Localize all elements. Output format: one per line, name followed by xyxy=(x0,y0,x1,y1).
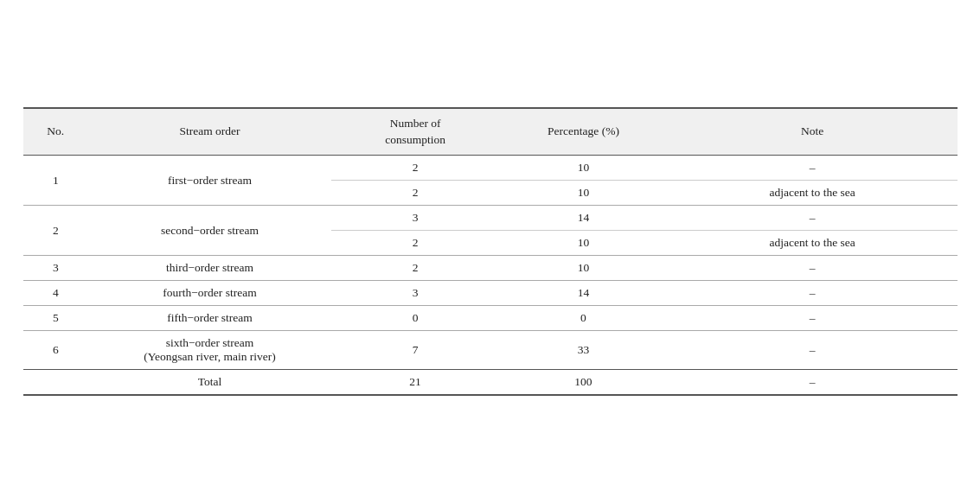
cell-note: adjacent to the sea xyxy=(668,181,958,206)
cell-no: 4 xyxy=(23,281,89,306)
cell-percentage: 14 xyxy=(499,281,667,306)
cell-stream: fifth−order stream xyxy=(88,306,331,331)
header-note: Note xyxy=(668,108,958,156)
total-empty xyxy=(23,370,89,396)
cell-percentage: 10 xyxy=(499,256,667,281)
cell-note: – xyxy=(668,206,958,231)
cell-consumption: 3 xyxy=(331,206,499,231)
total-note: – xyxy=(668,370,958,396)
cell-no: 2 xyxy=(23,206,89,256)
header-no: No. xyxy=(23,108,89,156)
cell-consumption: 2 xyxy=(331,231,499,256)
cell-percentage: 10 xyxy=(499,231,667,256)
data-table: No. Stream order Number ofconsumption Pe… xyxy=(23,107,958,397)
cell-no: 1 xyxy=(23,156,89,206)
table-wrapper: No. Stream order Number ofconsumption Pe… xyxy=(23,107,958,397)
header-percentage: Percentage (%) xyxy=(499,108,667,156)
header-stream-order: Stream order xyxy=(88,108,331,156)
cell-percentage: 33 xyxy=(499,331,667,370)
cell-no: 3 xyxy=(23,256,89,281)
cell-note: – xyxy=(668,331,958,370)
cell-percentage: 14 xyxy=(499,206,667,231)
cell-consumption: 3 xyxy=(331,281,499,306)
total-row: Total21100– xyxy=(23,370,958,396)
cell-percentage: 10 xyxy=(499,181,667,206)
cell-consumption: 2 xyxy=(331,156,499,181)
header-consumption: Number ofconsumption xyxy=(331,108,499,156)
cell-no: 6 xyxy=(23,331,89,370)
cell-note: – xyxy=(668,281,958,306)
cell-consumption: 7 xyxy=(331,331,499,370)
cell-percentage: 0 xyxy=(499,306,667,331)
total-percentage: 100 xyxy=(499,370,667,396)
cell-stream: third−order stream xyxy=(88,256,331,281)
cell-percentage: 10 xyxy=(499,156,667,181)
cell-consumption: 2 xyxy=(331,256,499,281)
cell-stream: second−order stream xyxy=(88,206,331,256)
cell-stream: sixth−order stream(Yeongsan river, main … xyxy=(88,331,331,370)
cell-stream: first−order stream xyxy=(88,156,331,206)
cell-no: 5 xyxy=(23,306,89,331)
total-consumption: 21 xyxy=(331,370,499,396)
cell-note: – xyxy=(668,306,958,331)
cell-note: – xyxy=(668,156,958,181)
cell-consumption: 0 xyxy=(331,306,499,331)
cell-note: adjacent to the sea xyxy=(668,231,958,256)
total-label: Total xyxy=(88,370,331,396)
cell-stream: fourth−order stream xyxy=(88,281,331,306)
cell-consumption: 2 xyxy=(331,181,499,206)
cell-note: – xyxy=(668,256,958,281)
